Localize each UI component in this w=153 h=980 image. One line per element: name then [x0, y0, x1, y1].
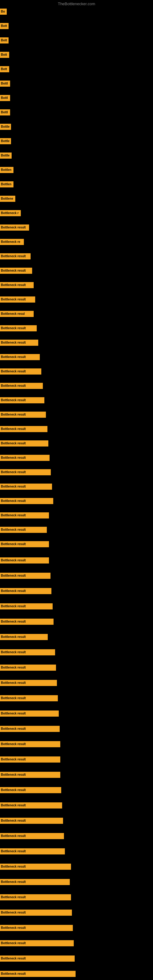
bottleneck-result-bar: Bottleneck result: [0, 512, 49, 519]
bar-row: Bottleneck result: [0, 940, 74, 946]
bottleneck-result-bar: Bottleneck result: [0, 527, 47, 533]
bottleneck-result-bar: Bottleneck result: [0, 469, 51, 475]
bottleneck-result-bar: Bottle: [0, 124, 11, 130]
bottleneck-result-bar: Bottleneck result: [0, 603, 53, 609]
bar-row: Bottle: [0, 153, 12, 159]
bottleneck-result-bar: Bottleneck resul: [0, 311, 33, 317]
bar-row: Bottleneck result: [0, 787, 61, 793]
bottleneck-result-bar: Bott: [0, 52, 9, 58]
bottleneck-result-bar: Bottleneck result: [0, 383, 43, 389]
bar-row: Bottleneck resul: [0, 311, 33, 317]
bar-row: Bottleneck result: [0, 603, 53, 609]
bar-row: Bottleneck result: [0, 956, 75, 962]
bottleneck-result-bar: Bottleneck result: [0, 756, 60, 762]
bottleneck-result-bar: Bo: [0, 9, 7, 15]
bar-row: Bottleneck result: [0, 665, 56, 671]
bottleneck-result-bar: Bottleneck result: [0, 368, 41, 375]
bar-row: Bottleneck result: [0, 455, 49, 461]
bottleneck-result-bar: Bottleneck result: [0, 956, 75, 962]
site-title: TheBottlenecker.com: [58, 2, 95, 6]
bar-row: Bottleneck result: [0, 695, 58, 701]
bottleneck-result-bar: Bottleneck result: [0, 426, 48, 432]
bottleneck-result-bar: Bottleneck result: [0, 726, 60, 732]
bottleneck-result-bar: Bottleneck result: [0, 864, 71, 870]
bottleneck-result-bar: Bottleneck result: [0, 224, 29, 231]
bar-row: Bott: [0, 66, 9, 72]
bottleneck-result-bar: Bottleneck result: [0, 441, 48, 447]
bottleneck-result-bar: Bottleneck result: [0, 325, 37, 331]
bottleneck-result-bar: Bottleneck result: [0, 282, 33, 288]
bar-row: Bottl: [0, 109, 10, 115]
bar-row: Bottleneck result: [0, 588, 51, 594]
bar-row: Bottleneck result: [0, 541, 49, 547]
bar-row: Bottleneck result: [0, 711, 59, 717]
bottleneck-result-bar: Bottl: [0, 109, 10, 115]
bar-row: Bottleneck result: [0, 441, 48, 447]
bottleneck-result-bar: Bottleneck result: [0, 695, 58, 701]
bottleneck-result-bar: Bottleneck result: [0, 455, 49, 461]
bottleneck-result-bar: Bottleneck result: [0, 296, 35, 302]
bar-row: Bottleneck result: [0, 340, 38, 346]
bottleneck-result-bar: Bottleneck result: [0, 354, 40, 360]
bar-row: Bottleneck result: [0, 910, 72, 916]
bottleneck-result-bar: Bottleneck result: [0, 588, 51, 594]
bottleneck-result-bar: Bottleneck result: [0, 787, 61, 793]
bar-row: Bottle: [0, 124, 11, 130]
bar-row: Bottleneck result: [0, 879, 70, 885]
bar-row: Bottleneck r: [0, 210, 21, 216]
bar-row: Bottleneck result: [0, 848, 65, 854]
bottleneck-result-bar: Bottleneck result: [0, 268, 32, 274]
bottleneck-result-bar: Bottleneck result: [0, 848, 65, 854]
bar-row: Bottleneck result: [0, 573, 51, 579]
bar-row: Bott: [0, 37, 9, 43]
bar-row: Bottleneck result: [0, 726, 60, 732]
bottleneck-result-bar: Bottleneck result: [0, 557, 49, 563]
bar-row: Bottleneck result: [0, 833, 64, 839]
bottleneck-result-bar: Bottleneck result: [0, 680, 57, 686]
bottleneck-result-bar: Bottleneck result: [0, 619, 54, 625]
bottleneck-result-bar: Bottleneck result: [0, 498, 53, 504]
bottleneck-result-bar: Bottl: [0, 81, 10, 87]
bar-row: Bottleneck result: [0, 894, 71, 900]
bar-row: Bottleneck result: [0, 268, 32, 274]
bar-row: Bottleneck result: [0, 741, 60, 747]
bottleneck-result-bar: Bottleneck result: [0, 879, 70, 885]
bottleneck-result-bar: Bottleneck result: [0, 340, 38, 346]
bottleneck-result-bar: Bottleneck result: [0, 634, 48, 640]
bar-row: Bottleneck result: [0, 818, 63, 824]
bar-row: Bottleneck result: [0, 619, 54, 625]
bar-row: Bottleneck result: [0, 383, 43, 389]
bar-row: Bottleneck result: [0, 368, 41, 375]
bar-row: Bottleneck result: [0, 412, 46, 418]
bar-row: Bottlen: [0, 181, 13, 188]
bar-row: Bottleneck result: [0, 484, 52, 490]
bar-row: Bottleneck result: [0, 756, 60, 762]
bar-row: Bottle: [0, 138, 11, 144]
bottleneck-result-bar: Bottleneck r: [0, 210, 21, 216]
bottleneck-result-bar: Bottleneck result: [0, 910, 72, 916]
bar-row: Bottleneck result: [0, 971, 76, 977]
bar-row: Bottleneck result: [0, 426, 48, 432]
bar-row: Bottleneck result: [0, 772, 60, 778]
bar-row: Bottleneck result: [0, 498, 53, 504]
bar-row: Bottleneck result: [0, 512, 49, 519]
bar-row: Bottleneck result: [0, 397, 45, 403]
bottleneck-result-bar: Bottleneck re: [0, 239, 24, 245]
bar-row: Bo: [0, 9, 7, 15]
bottleneck-result-bar: Bottleneck result: [0, 741, 60, 747]
bar-row: Bottl: [0, 81, 10, 87]
bar-row: Bottl: [0, 95, 10, 101]
bar-row: Bottleneck result: [0, 282, 33, 288]
bottleneck-result-bar: Bott: [0, 37, 9, 43]
bottleneck-result-bar: Bottleneck result: [0, 971, 76, 977]
bottleneck-result-bar: Bottleneck result: [0, 397, 45, 403]
bar-row: Bottleneck result: [0, 253, 30, 259]
bottleneck-result-bar: Bottleneck result: [0, 772, 60, 778]
bottleneck-result-bar: Bottleneck result: [0, 925, 73, 931]
bottleneck-result-bar: Bottlen: [0, 181, 13, 188]
bottleneck-result-bar: Bottleneck result: [0, 711, 59, 717]
bar-row: Bott: [0, 23, 9, 29]
bar-row: Bottleneck result: [0, 649, 55, 655]
bottleneck-result-bar: Bottleneck result: [0, 818, 63, 824]
bottleneck-result-bar: Bottleneck result: [0, 940, 74, 946]
